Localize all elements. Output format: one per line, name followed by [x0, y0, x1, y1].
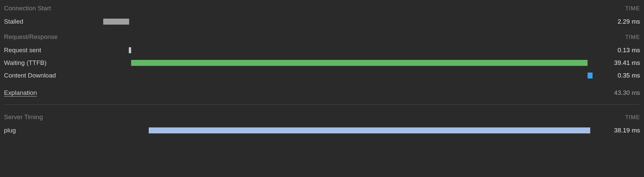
- section-header-server-timing: Server Timing TIME: [4, 111, 640, 124]
- timing-row-stalled: Stalled 2.29 ms: [4, 15, 640, 28]
- bar-track: [99, 19, 600, 25]
- time-column-header: TIME: [625, 34, 640, 41]
- row-value: 38.19 ms: [607, 127, 640, 134]
- row-value: 0.13 ms: [607, 47, 640, 54]
- section-title: Server Timing: [4, 113, 43, 121]
- timing-row-content-download: Content Download 0.35 ms: [4, 69, 640, 82]
- content-download-bar: [588, 73, 593, 79]
- section-divider: [4, 104, 640, 105]
- time-column-header: TIME: [625, 5, 640, 12]
- row-label: Content Download: [4, 72, 99, 79]
- row-value: 2.29 ms: [607, 18, 640, 25]
- plug-bar: [149, 127, 590, 133]
- bar-track: [99, 60, 600, 66]
- section-header-request-response: Request/Response TIME: [4, 31, 640, 44]
- total-time: 43.30 ms: [614, 89, 640, 96]
- time-column-header: TIME: [625, 114, 640, 121]
- row-value: 0.35 ms: [607, 72, 640, 79]
- waiting-bar: [131, 60, 588, 66]
- request-sent-bar: [129, 47, 131, 53]
- row-label: Stalled: [4, 18, 99, 25]
- bar-track: [99, 127, 600, 133]
- bar-track: [99, 73, 600, 79]
- summary-row: Explanation 43.30 ms: [4, 87, 640, 99]
- timing-row-waiting: Waiting (TTFB) 39.41 ms: [4, 57, 640, 69]
- row-label: Request sent: [4, 47, 99, 54]
- bar-track: [99, 47, 600, 53]
- section-title: Connection Start: [4, 5, 51, 12]
- row-label: plug: [4, 127, 99, 134]
- section-title: Request/Response: [4, 33, 58, 41]
- timing-row-plug: plug 38.19 ms: [4, 124, 640, 137]
- row-label: Waiting (TTFB): [4, 59, 99, 67]
- explanation-link[interactable]: Explanation: [4, 89, 37, 96]
- timing-row-request-sent: Request sent 0.13 ms: [4, 44, 640, 57]
- row-value: 39.41 ms: [607, 59, 640, 67]
- stalled-bar: [103, 19, 129, 25]
- section-header-connection-start: Connection Start TIME: [4, 3, 640, 15]
